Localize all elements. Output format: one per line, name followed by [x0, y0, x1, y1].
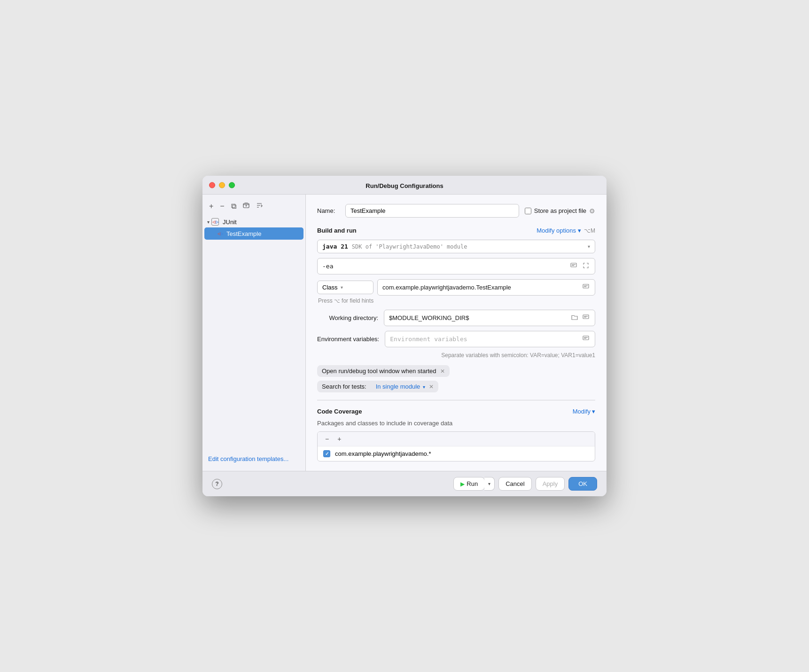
hint-prefix: Press — [318, 297, 333, 304]
name-input[interactable] — [345, 204, 519, 218]
minimize-button[interactable] — [219, 182, 225, 188]
hint-suffix: for field hints — [342, 297, 373, 304]
chevron-down-icon: ▾ — [423, 384, 425, 390]
tag-row: Open run/debug tool window when started … — [317, 365, 595, 392]
add-config-button[interactable]: + — [207, 201, 215, 211]
vm-options-row — [317, 258, 595, 274]
macro-button[interactable] — [582, 313, 590, 323]
coverage-header: Code Coverage Modify ▾ — [317, 408, 595, 415]
run-button-label: Run — [467, 480, 478, 487]
section-separator — [317, 400, 595, 400]
coverage-modify-link[interactable]: Modify ▾ — [573, 408, 595, 415]
run-play-icon: ▶ — [460, 481, 465, 487]
code-coverage-section: Code Coverage Modify ▾ Packages and clas… — [317, 408, 595, 461]
new-folder-button[interactable] — [241, 201, 251, 211]
env-hint-text: Separate variables with semicolon: VAR=v… — [317, 352, 595, 359]
bottom-bar: ? ▶ Run ▾ Cancel Apply OK — [202, 471, 607, 496]
ok-button[interactable]: OK — [568, 477, 597, 491]
coverage-item-row: com.example.playwrightjavademo.* — [318, 446, 595, 461]
chevron-down-icon: ▾ — [578, 227, 581, 234]
traffic-lights — [209, 182, 235, 188]
coverage-add-button[interactable]: + — [334, 435, 344, 443]
cancel-button[interactable]: Cancel — [498, 477, 531, 491]
fullscreen-button[interactable] — [582, 261, 590, 271]
remove-config-button[interactable]: − — [218, 201, 226, 211]
coverage-remove-button[interactable]: − — [322, 435, 332, 443]
chevron-down-icon: ▾ — [207, 219, 210, 225]
run-button[interactable]: ▶ Run — [453, 477, 485, 491]
env-variables-label: Environment variables: — [317, 336, 379, 343]
svg-rect-15 — [583, 336, 589, 340]
run-debug-dialog: Run/Debug Configurations + − ⧉ — [202, 176, 607, 496]
coverage-table: − + com.example.playwrightjavademo.* — [317, 431, 595, 461]
sdk-desc: SDK of 'PlaywrightJavaDemo' module — [352, 243, 467, 250]
title-bar: Run/Debug Configurations — [202, 176, 607, 195]
svg-rect-6 — [571, 263, 576, 267]
build-and-run-title: Build and run — [317, 227, 357, 234]
name-label: Name: — [317, 207, 340, 214]
coverage-item-checkbox[interactable] — [323, 450, 330, 457]
coverage-modify-label: Modify — [573, 408, 591, 415]
folder-browse-button[interactable] — [570, 313, 579, 323]
working-directory-input[interactable] — [389, 314, 568, 321]
sidebar-footer: Edit configuration templates... — [202, 451, 305, 467]
class-input[interactable] — [382, 284, 578, 291]
field-hint: Press ⌥ for field hints — [317, 297, 595, 304]
sidebar-item-testexample[interactable]: ◁▷ TestExample — [204, 227, 303, 240]
run-config-icon: ◁▷ — [217, 230, 224, 237]
svg-rect-12 — [583, 315, 589, 319]
working-directory-label: Working directory: — [317, 314, 378, 321]
env-browse-button[interactable] — [582, 334, 590, 344]
dialog-title: Run/Debug Configurations — [366, 182, 443, 189]
chevron-down-icon: ▾ — [588, 244, 590, 249]
tag-search-prefix: Search for tests: — [322, 383, 366, 390]
edit-templates-link[interactable]: Edit configuration templates... — [208, 455, 288, 462]
run-button-group: ▶ Run ▾ — [453, 477, 495, 491]
copy-config-button[interactable]: ⧉ — [229, 201, 238, 211]
env-variables-input[interactable] — [390, 336, 579, 343]
help-button[interactable]: ? — [212, 479, 222, 489]
gear-icon[interactable]: ⚙ — [589, 207, 595, 215]
env-variables-row: Environment variables: — [317, 331, 595, 347]
tag-search-value[interactable]: In single module ▾ — [376, 383, 425, 390]
chevron-down-icon: ▾ — [488, 481, 490, 486]
sidebar-group-junit: ▾ ◁▷ JUnit ◁▷ — [202, 215, 305, 241]
maximize-button[interactable] — [229, 182, 235, 188]
tag-search-close-button[interactable]: ✕ — [429, 384, 434, 390]
working-directory-input-wrap — [384, 310, 595, 326]
expand-text-button[interactable] — [569, 261, 578, 271]
sidebar-group-header-junit[interactable]: ▾ ◁▷ JUnit — [202, 216, 305, 227]
build-and-run-section-header: Build and run Modify options ▾ ⌥M — [317, 227, 595, 234]
modify-options-shortcut: ⌥M — [584, 227, 595, 234]
close-button[interactable] — [209, 182, 215, 188]
store-as-project-label: Store as project file — [534, 207, 586, 214]
sidebar-toolbar: + − ⧉ — [202, 198, 305, 215]
apply-button[interactable]: Apply — [536, 477, 565, 491]
sidebar-group-label: JUnit — [223, 219, 237, 226]
modify-options-link[interactable]: Modify options ▾ — [537, 227, 581, 234]
main-content: + − ⧉ — [202, 195, 607, 471]
svg-rect-9 — [583, 284, 589, 288]
vm-options-input[interactable] — [322, 263, 566, 270]
class-input-row — [377, 279, 595, 296]
sidebar-item-label: TestExample — [226, 230, 261, 237]
coverage-toolbar: − + — [318, 432, 595, 446]
name-row: Name: Store as project file ⚙ — [317, 204, 595, 218]
class-type-dropdown[interactable]: Class ▾ — [317, 281, 373, 294]
tag-search-tests: Search for tests: In single module ▾ ✕ — [317, 381, 438, 392]
coverage-title: Code Coverage — [317, 408, 362, 415]
modify-options-group: Modify options ▾ ⌥M — [537, 227, 595, 234]
modify-options-label: Modify options — [537, 227, 576, 234]
tag-close-button[interactable]: ✕ — [440, 368, 445, 374]
chevron-down-icon: ▾ — [341, 285, 343, 290]
coverage-desc: Packages and classes to include in cover… — [317, 420, 595, 427]
search-value-text: In single module — [376, 383, 420, 390]
class-browse-button[interactable] — [582, 282, 590, 292]
alt-symbol: ⌥ — [334, 298, 342, 304]
sort-button[interactable] — [254, 201, 264, 211]
sdk-dropdown[interactable]: java 21 SDK of 'PlaywrightJavaDemo' modu… — [317, 240, 595, 253]
action-buttons: ▶ Run ▾ Cancel Apply OK — [453, 477, 597, 491]
config-panel: Name: Store as project file ⚙ Build and … — [306, 195, 607, 471]
run-dropdown-button[interactable]: ▾ — [484, 477, 495, 491]
store-as-project-checkbox[interactable] — [525, 208, 531, 214]
